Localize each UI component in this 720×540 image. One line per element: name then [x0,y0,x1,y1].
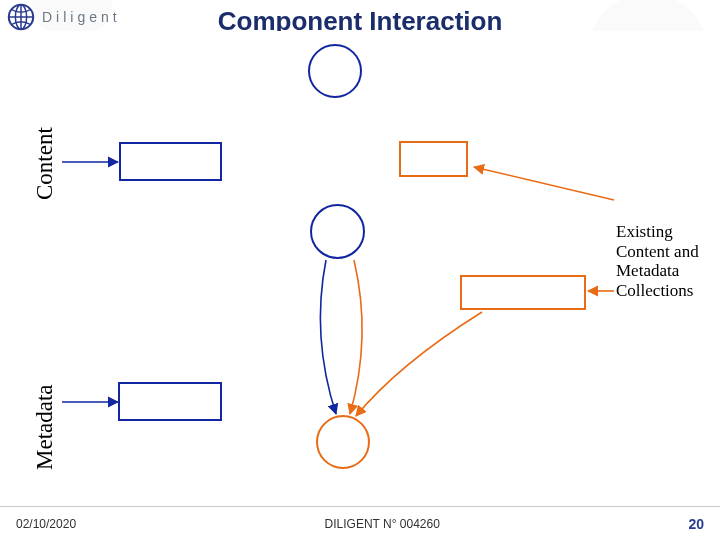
shape-circle-bot [316,415,370,469]
shape-circle-mid [310,204,365,259]
shape-rect-right-top [399,141,468,177]
footer-center: DILIGENT N° 004260 [325,517,440,531]
side-label-metadata: Metadata [32,384,58,470]
footer-date: 02/10/2020 [16,517,76,531]
shape-circle-top [308,44,362,98]
content-panel [18,31,718,499]
shape-rect-left-bot [118,382,222,421]
footer-page: 20 [688,516,704,532]
shape-rect-right-mid [460,275,586,310]
slide-root: Diligent Component Interaction Content M… [0,0,720,540]
existing-collections-label: Existing Content and Metadata Collection… [616,222,720,300]
footer-bar: 02/10/2020 DILIGENT N° 004260 20 [0,506,720,540]
shape-rect-left-top [119,142,222,181]
side-label-content: Content [32,127,58,200]
